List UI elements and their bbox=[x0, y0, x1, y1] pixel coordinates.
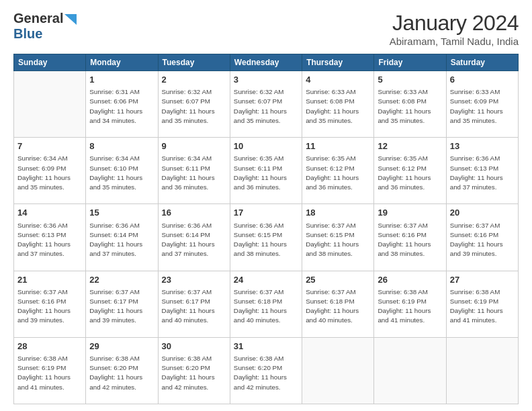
day-number: 27 bbox=[450, 274, 515, 286]
day-number: 26 bbox=[378, 274, 442, 286]
day-info: Sunrise: 6:38 AM Sunset: 6:20 PM Dayligh… bbox=[162, 354, 226, 392]
calendar-week-row: 1Sunrise: 6:31 AM Sunset: 6:06 PM Daylig… bbox=[14, 71, 519, 138]
day-info: Sunrise: 6:32 AM Sunset: 6:07 PM Dayligh… bbox=[162, 87, 226, 126]
page: General Blue January 2024 Abiramam, Tami… bbox=[0, 0, 532, 411]
day-number: 8 bbox=[89, 140, 154, 152]
day-number: 5 bbox=[378, 74, 442, 86]
col-thursday: Thursday bbox=[302, 54, 374, 71]
day-info: Sunrise: 6:32 AM Sunset: 6:07 PM Dayligh… bbox=[234, 87, 298, 126]
calendar-week-row: 28Sunrise: 6:38 AM Sunset: 6:19 PM Dayli… bbox=[14, 337, 519, 404]
calendar-cell: 13Sunrise: 6:36 AM Sunset: 6:13 PM Dayli… bbox=[446, 138, 518, 204]
logo: General Blue bbox=[13, 11, 77, 42]
calendar-cell: 7Sunrise: 6:34 AM Sunset: 6:09 PM Daylig… bbox=[14, 138, 86, 204]
calendar-cell bbox=[302, 337, 374, 404]
calendar-cell bbox=[446, 337, 518, 404]
calendar-cell: 1Sunrise: 6:31 AM Sunset: 6:06 PM Daylig… bbox=[86, 71, 158, 138]
col-friday: Friday bbox=[374, 54, 446, 71]
day-info: Sunrise: 6:37 AM Sunset: 6:15 PM Dayligh… bbox=[306, 221, 370, 259]
day-number: 2 bbox=[162, 74, 226, 86]
day-number: 3 bbox=[234, 74, 298, 86]
day-number: 19 bbox=[378, 207, 442, 219]
day-number: 24 bbox=[234, 274, 298, 286]
day-number: 15 bbox=[89, 207, 154, 219]
day-info: Sunrise: 6:37 AM Sunset: 6:17 PM Dayligh… bbox=[162, 287, 226, 326]
day-info: Sunrise: 6:38 AM Sunset: 6:20 PM Dayligh… bbox=[89, 354, 154, 392]
logo-line1: General bbox=[13, 11, 77, 26]
day-info: Sunrise: 6:36 AM Sunset: 6:14 PM Dayligh… bbox=[162, 221, 226, 259]
logo-line2: Blue bbox=[13, 26, 42, 42]
col-wednesday: Wednesday bbox=[230, 54, 302, 71]
calendar-header-row: Sunday Monday Tuesday Wednesday Thursday… bbox=[14, 54, 519, 71]
day-number: 1 bbox=[89, 74, 154, 86]
logo-blue: Blue bbox=[13, 26, 42, 41]
calendar-cell: 10Sunrise: 6:35 AM Sunset: 6:11 PM Dayli… bbox=[230, 138, 302, 204]
day-info: Sunrise: 6:38 AM Sunset: 6:19 PM Dayligh… bbox=[450, 287, 515, 326]
calendar-week-row: 14Sunrise: 6:36 AM Sunset: 6:13 PM Dayli… bbox=[14, 204, 519, 271]
day-number: 31 bbox=[234, 340, 298, 353]
calendar-cell: 5Sunrise: 6:33 AM Sunset: 6:08 PM Daylig… bbox=[374, 71, 446, 138]
day-number: 6 bbox=[450, 74, 515, 86]
day-number: 17 bbox=[234, 207, 298, 219]
day-info: Sunrise: 6:35 AM Sunset: 6:12 PM Dayligh… bbox=[306, 154, 370, 192]
calendar-cell: 18Sunrise: 6:37 AM Sunset: 6:15 PM Dayli… bbox=[302, 204, 374, 271]
logo-triangle-icon bbox=[64, 14, 77, 25]
day-info: Sunrise: 6:34 AM Sunset: 6:09 PM Dayligh… bbox=[17, 154, 82, 192]
day-number: 13 bbox=[450, 140, 515, 152]
calendar-cell: 27Sunrise: 6:38 AM Sunset: 6:19 PM Dayli… bbox=[446, 271, 518, 337]
calendar-cell: 30Sunrise: 6:38 AM Sunset: 6:20 PM Dayli… bbox=[158, 337, 230, 404]
day-number: 21 bbox=[17, 274, 82, 286]
day-number: 20 bbox=[450, 207, 515, 219]
day-number: 14 bbox=[17, 207, 82, 219]
calendar-cell: 24Sunrise: 6:37 AM Sunset: 6:18 PM Dayli… bbox=[230, 271, 302, 337]
calendar-cell: 12Sunrise: 6:35 AM Sunset: 6:12 PM Dayli… bbox=[374, 138, 446, 204]
main-title: January 2024 bbox=[390, 11, 519, 36]
calendar-cell: 31Sunrise: 6:38 AM Sunset: 6:20 PM Dayli… bbox=[230, 337, 302, 404]
col-tuesday: Tuesday bbox=[158, 54, 230, 71]
day-number: 7 bbox=[17, 140, 82, 152]
calendar-cell: 26Sunrise: 6:38 AM Sunset: 6:19 PM Dayli… bbox=[374, 271, 446, 337]
header: General Blue January 2024 Abiramam, Tami… bbox=[13, 11, 519, 47]
day-info: Sunrise: 6:37 AM Sunset: 6:17 PM Dayligh… bbox=[89, 287, 154, 326]
calendar-cell: 11Sunrise: 6:35 AM Sunset: 6:12 PM Dayli… bbox=[302, 138, 374, 204]
calendar-cell: 14Sunrise: 6:36 AM Sunset: 6:13 PM Dayli… bbox=[14, 204, 86, 271]
calendar-week-row: 21Sunrise: 6:37 AM Sunset: 6:16 PM Dayli… bbox=[14, 271, 519, 337]
calendar-cell: 3Sunrise: 6:32 AM Sunset: 6:07 PM Daylig… bbox=[230, 71, 302, 138]
calendar-cell: 8Sunrise: 6:34 AM Sunset: 6:10 PM Daylig… bbox=[86, 138, 158, 204]
day-info: Sunrise: 6:37 AM Sunset: 6:16 PM Dayligh… bbox=[17, 287, 82, 326]
day-info: Sunrise: 6:31 AM Sunset: 6:06 PM Dayligh… bbox=[89, 87, 154, 126]
title-block: January 2024 Abiramam, Tamil Nadu, India bbox=[390, 11, 519, 47]
day-number: 18 bbox=[306, 207, 370, 219]
day-number: 16 bbox=[162, 207, 226, 219]
day-info: Sunrise: 6:38 AM Sunset: 6:20 PM Dayligh… bbox=[234, 354, 298, 392]
day-info: Sunrise: 6:35 AM Sunset: 6:12 PM Dayligh… bbox=[378, 154, 442, 192]
day-info: Sunrise: 6:34 AM Sunset: 6:11 PM Dayligh… bbox=[162, 154, 226, 192]
day-info: Sunrise: 6:36 AM Sunset: 6:13 PM Dayligh… bbox=[450, 154, 515, 192]
calendar-cell: 29Sunrise: 6:38 AM Sunset: 6:20 PM Dayli… bbox=[86, 337, 158, 404]
day-number: 22 bbox=[89, 274, 154, 286]
svg-marker-0 bbox=[64, 14, 77, 25]
day-info: Sunrise: 6:37 AM Sunset: 6:16 PM Dayligh… bbox=[450, 221, 515, 259]
calendar-cell: 4Sunrise: 6:33 AM Sunset: 6:08 PM Daylig… bbox=[302, 71, 374, 138]
day-number: 12 bbox=[378, 140, 442, 152]
day-number: 25 bbox=[306, 274, 370, 286]
calendar-cell: 17Sunrise: 6:36 AM Sunset: 6:15 PM Dayli… bbox=[230, 204, 302, 271]
day-info: Sunrise: 6:35 AM Sunset: 6:11 PM Dayligh… bbox=[234, 154, 298, 192]
day-number: 9 bbox=[162, 140, 226, 152]
day-number: 29 bbox=[89, 340, 154, 353]
calendar-cell: 21Sunrise: 6:37 AM Sunset: 6:16 PM Dayli… bbox=[14, 271, 86, 337]
day-info: Sunrise: 6:36 AM Sunset: 6:13 PM Dayligh… bbox=[17, 221, 82, 259]
calendar-cell: 6Sunrise: 6:33 AM Sunset: 6:09 PM Daylig… bbox=[446, 71, 518, 138]
calendar-cell: 25Sunrise: 6:37 AM Sunset: 6:18 PM Dayli… bbox=[302, 271, 374, 337]
day-number: 10 bbox=[234, 140, 298, 152]
calendar-cell: 16Sunrise: 6:36 AM Sunset: 6:14 PM Dayli… bbox=[158, 204, 230, 271]
day-info: Sunrise: 6:36 AM Sunset: 6:15 PM Dayligh… bbox=[234, 221, 298, 259]
calendar-cell: 23Sunrise: 6:37 AM Sunset: 6:17 PM Dayli… bbox=[158, 271, 230, 337]
calendar-cell: 15Sunrise: 6:36 AM Sunset: 6:14 PM Dayli… bbox=[86, 204, 158, 271]
calendar-cell: 9Sunrise: 6:34 AM Sunset: 6:11 PM Daylig… bbox=[158, 138, 230, 204]
logo-general: General bbox=[13, 11, 63, 26]
day-number: 4 bbox=[306, 74, 370, 86]
calendar-cell: 19Sunrise: 6:37 AM Sunset: 6:16 PM Dayli… bbox=[374, 204, 446, 271]
col-saturday: Saturday bbox=[446, 54, 518, 71]
calendar-week-row: 7Sunrise: 6:34 AM Sunset: 6:09 PM Daylig… bbox=[14, 138, 519, 204]
calendar-cell: 28Sunrise: 6:38 AM Sunset: 6:19 PM Dayli… bbox=[14, 337, 86, 404]
